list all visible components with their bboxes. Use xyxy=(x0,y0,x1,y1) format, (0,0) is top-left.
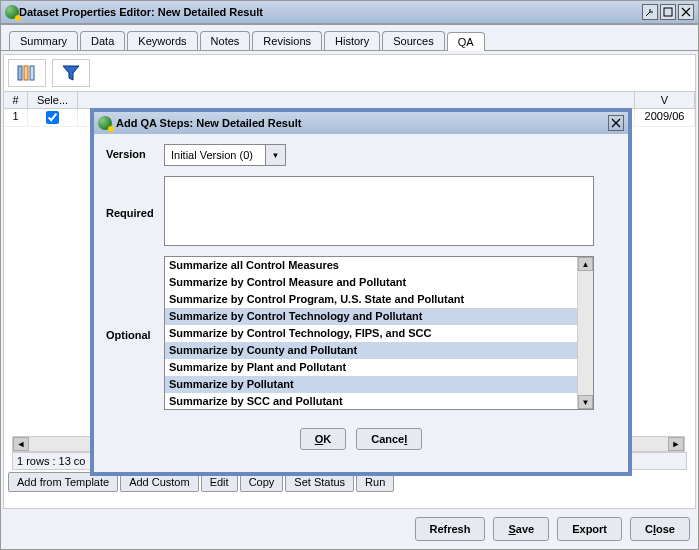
close-icon[interactable] xyxy=(678,4,694,20)
tab-revisions[interactable]: Revisions xyxy=(252,31,322,50)
tab-bar: Summary Data Keywords Notes Revisions Hi… xyxy=(1,25,698,51)
window-controls xyxy=(642,4,694,20)
chevron-down-icon[interactable]: ▼ xyxy=(265,145,285,165)
dialog-body: Version Initial Version (0) ▼ Required O… xyxy=(94,134,628,472)
svg-rect-3 xyxy=(30,66,34,80)
copy-button[interactable]: Copy xyxy=(240,472,284,492)
optional-listbox[interactable]: Summarize all Control MeasuresSummarize … xyxy=(164,256,594,410)
version-combobox[interactable]: Initial Version (0) ▼ xyxy=(164,144,286,166)
window-title: Dataset Properties Editor: New Detailed … xyxy=(19,6,642,18)
optional-items: Summarize all Control MeasuresSummarize … xyxy=(165,257,577,409)
tab-data[interactable]: Data xyxy=(80,31,125,50)
scroll-down-icon[interactable]: ▼ xyxy=(578,395,593,409)
tab-keywords[interactable]: Keywords xyxy=(127,31,197,50)
tab-notes[interactable]: Notes xyxy=(200,31,251,50)
svg-rect-0 xyxy=(664,8,672,16)
dialog-button-row: OK Cancel xyxy=(106,420,616,462)
main-panel: Summary Data Keywords Notes Revisions Hi… xyxy=(0,24,699,550)
row-checkbox[interactable] xyxy=(46,111,59,124)
optional-row: Optional Summarize all Control MeasuresS… xyxy=(106,256,616,410)
run-button[interactable]: Run xyxy=(356,472,394,492)
dialog-title: Add QA Steps: New Detailed Result xyxy=(116,117,608,129)
list-item[interactable]: Summarize by Control Program, U.S. State… xyxy=(165,291,577,308)
required-row: Required xyxy=(106,176,616,246)
list-item[interactable]: Summarize by Plant and Pollutant xyxy=(165,359,577,376)
close-button[interactable]: Close xyxy=(630,517,690,541)
set-status-button[interactable]: Set Status xyxy=(285,472,354,492)
list-item[interactable]: Summarize all Control Measures xyxy=(165,257,577,274)
grid-col-when[interactable]: V xyxy=(635,92,695,108)
tab-history[interactable]: History xyxy=(324,31,380,50)
required-label: Required xyxy=(106,203,164,219)
add-from-template-button[interactable]: Add from Template xyxy=(8,472,118,492)
scroll-left-icon[interactable]: ◄ xyxy=(13,437,29,451)
grid-cell-select[interactable] xyxy=(28,109,78,126)
dialog-close-icon[interactable] xyxy=(608,115,624,131)
list-item[interactable]: Summarize by Control Technology, FIPS, a… xyxy=(165,325,577,342)
grid-col-select[interactable]: Sele... xyxy=(28,92,78,108)
list-item[interactable]: Summarize by SCC and Pollutant xyxy=(165,393,577,409)
ok-button[interactable]: OK xyxy=(300,428,347,450)
grid-col-num[interactable]: # xyxy=(4,92,28,108)
scroll-up-icon[interactable]: ▲ xyxy=(578,257,593,271)
application-icon xyxy=(5,5,19,19)
minimize-icon[interactable] xyxy=(642,4,658,20)
toolbar xyxy=(4,55,695,91)
version-row: Version Initial Version (0) ▼ xyxy=(106,144,616,166)
main-button-bar: Refresh Save Export Close xyxy=(415,517,691,541)
svg-rect-2 xyxy=(24,66,28,80)
refresh-button[interactable]: Refresh xyxy=(415,517,486,541)
tab-summary[interactable]: Summary xyxy=(9,31,78,50)
svg-rect-1 xyxy=(18,66,22,80)
required-textarea[interactable] xyxy=(164,176,594,246)
vertical-scrollbar[interactable]: ▲ ▼ xyxy=(577,257,593,409)
qa-button-bar: Add from Template Add Custom Edit Copy S… xyxy=(8,472,394,492)
window-titlebar: Dataset Properties Editor: New Detailed … xyxy=(0,0,699,24)
optional-label: Optional xyxy=(106,325,164,341)
dialog-app-icon xyxy=(98,116,112,130)
tab-sources[interactable]: Sources xyxy=(382,31,444,50)
edit-button[interactable]: Edit xyxy=(201,472,238,492)
dialog-titlebar: Add QA Steps: New Detailed Result xyxy=(94,112,628,134)
list-item[interactable]: Summarize by Control Measure and Polluta… xyxy=(165,274,577,291)
columns-tool-icon[interactable] xyxy=(8,59,46,87)
list-item[interactable]: Summarize by Pollutant xyxy=(165,376,577,393)
save-button[interactable]: Save xyxy=(493,517,549,541)
scroll-right-icon[interactable]: ► xyxy=(668,437,684,451)
cancel-button[interactable]: Cancel xyxy=(356,428,422,450)
scroll-track-vertical[interactable] xyxy=(578,271,593,395)
export-button[interactable]: Export xyxy=(557,517,622,541)
version-value: Initial Version (0) xyxy=(165,149,265,161)
maximize-icon[interactable] xyxy=(660,4,676,20)
grid-col-spacer xyxy=(78,92,635,108)
list-item[interactable]: Summarize by County and Pollutant xyxy=(165,342,577,359)
grid-cell-date: 2009/06 xyxy=(635,109,695,126)
tab-qa[interactable]: QA xyxy=(447,32,485,51)
filter-tool-icon[interactable] xyxy=(52,59,90,87)
list-item[interactable]: Summarize by Control Technology and Poll… xyxy=(165,308,577,325)
grid-cell-num: 1 xyxy=(4,109,28,126)
version-label: Version xyxy=(106,144,164,160)
grid-header: # Sele... V xyxy=(4,91,695,109)
add-custom-button[interactable]: Add Custom xyxy=(120,472,199,492)
add-qa-steps-dialog: Add QA Steps: New Detailed Result Versio… xyxy=(91,109,631,475)
